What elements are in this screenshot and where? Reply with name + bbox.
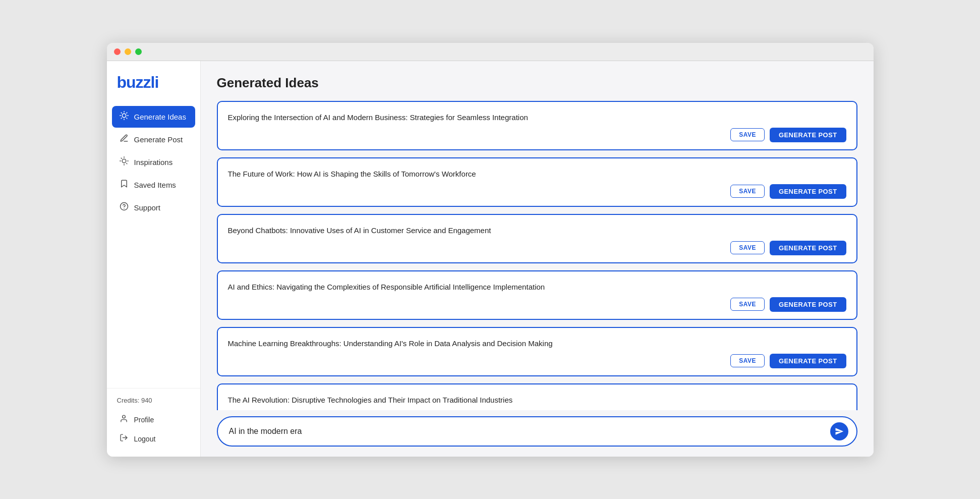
sidebar-item-support[interactable]: Support <box>112 197 195 218</box>
generate-post-button[interactable]: GENERATE POST <box>770 297 846 312</box>
sidebar-item-generate-ideas-label: Generate Ideas <box>134 113 186 121</box>
logout-icon <box>119 433 129 445</box>
idea-title: AI and Ethics: Navigating the Complexiti… <box>228 282 846 292</box>
idea-title: Machine Learning Breakthroughs: Understa… <box>228 338 846 349</box>
save-button[interactable]: SAVE <box>730 241 765 254</box>
generate-post-button[interactable]: GENERATE POST <box>770 184 846 199</box>
save-button[interactable]: SAVE <box>730 128 765 141</box>
generate-post-icon <box>119 134 129 145</box>
sidebar-footer: Credits: 940 Profile Logout <box>107 388 200 457</box>
page-title: Generated Ideas <box>217 75 857 91</box>
save-button[interactable]: SAVE <box>730 354 765 367</box>
main-header: Generated Ideas <box>201 61 874 101</box>
search-input-wrap <box>217 416 857 447</box>
svg-line-12 <box>121 158 122 158</box>
idea-title: The Future of Work: How AI is Shaping th… <box>228 169 846 179</box>
idea-title: Beyond Chatbots: Innovative Uses of AI i… <box>228 225 846 236</box>
save-button[interactable]: SAVE <box>730 185 765 198</box>
close-button[interactable] <box>114 48 121 55</box>
idea-card: AI and Ethics: Navigating the Complexiti… <box>217 270 857 320</box>
profile-nav-item[interactable]: Profile <box>117 410 190 429</box>
idea-actions: SAVE GENERATE POST <box>228 241 846 255</box>
sidebar-item-support-label: Support <box>134 203 161 212</box>
idea-card: Exploring the Intersection of AI and Mod… <box>217 101 857 150</box>
svg-line-4 <box>126 118 127 118</box>
maximize-button[interactable] <box>135 48 142 55</box>
profile-label: Profile <box>134 416 154 424</box>
svg-point-0 <box>122 114 126 118</box>
sidebar: buzzli Generate Ideas <box>107 61 201 457</box>
generate-post-button[interactable]: GENERATE POST <box>770 128 846 142</box>
app-body: buzzli Generate Ideas <box>107 61 874 457</box>
logout-label: Logout <box>134 435 156 443</box>
sidebar-item-generate-post-label: Generate Post <box>134 135 183 144</box>
sidebar-item-saved-items-label: Saved Items <box>134 181 176 189</box>
sidebar-nav: Generate Ideas Generate Post <box>107 106 200 388</box>
idea-card: The AI Revolution: Disruptive Technologi… <box>217 383 857 410</box>
main-content: Generated Ideas Exploring the Intersecti… <box>201 61 874 457</box>
app-window: buzzli Generate Ideas <box>107 43 874 457</box>
profile-icon <box>119 414 129 425</box>
sidebar-item-saved-items[interactable]: Saved Items <box>112 174 195 196</box>
generate-post-button[interactable]: GENERATE POST <box>770 241 846 255</box>
saved-items-icon <box>119 179 129 191</box>
sidebar-item-generate-post[interactable]: Generate Post <box>112 129 195 150</box>
titlebar <box>107 43 874 61</box>
logout-nav-item[interactable]: Logout <box>117 429 190 449</box>
inspirations-icon <box>119 156 129 168</box>
credits-display: Credits: 940 <box>117 397 190 404</box>
idea-card: Machine Learning Breakthroughs: Understa… <box>217 327 857 376</box>
ideas-list: Exploring the Intersection of AI and Mod… <box>201 101 874 410</box>
idea-actions: SAVE GENERATE POST <box>228 128 846 142</box>
generate-ideas-icon <box>119 111 129 123</box>
generate-post-button[interactable]: GENERATE POST <box>770 354 846 368</box>
bottom-bar <box>201 410 874 457</box>
idea-actions: SAVE GENERATE POST <box>228 184 846 199</box>
search-input[interactable] <box>229 427 825 436</box>
idea-card: The Future of Work: How AI is Shaping th… <box>217 157 857 207</box>
svg-line-13 <box>126 163 127 163</box>
send-button[interactable] <box>830 422 848 440</box>
sidebar-item-inspirations-label: Inspirations <box>134 158 173 167</box>
svg-line-7 <box>121 118 122 118</box>
sidebar-item-inspirations[interactable]: Inspirations <box>112 151 195 173</box>
svg-line-3 <box>121 113 122 113</box>
sidebar-item-generate-ideas[interactable]: Generate Ideas <box>112 106 195 128</box>
idea-title: The AI Revolution: Disruptive Technologi… <box>228 395 846 405</box>
svg-line-8 <box>126 113 127 113</box>
svg-point-18 <box>123 415 126 418</box>
idea-actions: SAVE GENERATE POST <box>228 354 846 368</box>
svg-point-9 <box>122 159 126 163</box>
idea-actions: SAVE GENERATE POST <box>228 297 846 312</box>
minimize-button[interactable] <box>125 48 131 55</box>
support-icon <box>119 202 129 213</box>
logo: buzzli <box>107 61 200 106</box>
logo-text: buzzli <box>117 73 159 91</box>
idea-card: Beyond Chatbots: Innovative Uses of AI i… <box>217 214 857 263</box>
save-button[interactable]: SAVE <box>730 298 765 311</box>
idea-title: Exploring the Intersection of AI and Mod… <box>228 112 846 123</box>
